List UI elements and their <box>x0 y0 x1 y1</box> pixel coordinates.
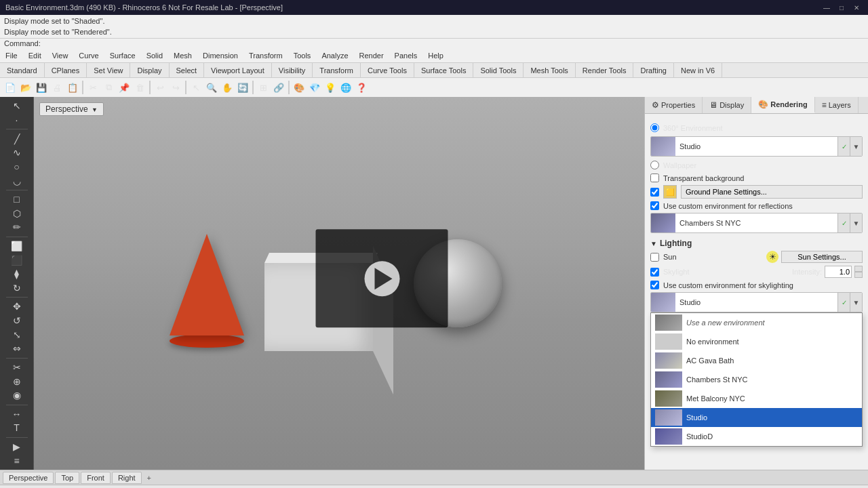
copy-icon[interactable]: ⧉ <box>101 80 116 95</box>
save-icon[interactable]: 💾 <box>34 80 49 95</box>
sun-settings-btn[interactable]: Sun Settings... <box>781 251 863 263</box>
tab-render-tools[interactable]: Render Tools <box>576 63 634 78</box>
cut-icon[interactable]: ✂ <box>85 80 100 95</box>
polygon-tool-icon[interactable]: ⬡ <box>5 207 29 220</box>
tab-transform[interactable]: Transform <box>313 63 361 78</box>
sky-env-dropdown-btn[interactable]: ▼ <box>850 293 862 312</box>
vp-tab-front[interactable]: Front <box>81 472 111 484</box>
menu-tools[interactable]: Tools <box>288 50 317 61</box>
tab-drafting[interactable]: Drafting <box>633 63 674 78</box>
redo-icon[interactable]: ↪ <box>168 80 183 95</box>
panel-tab-layers[interactable]: ≡ Layers <box>815 97 859 113</box>
video-overlay[interactable] <box>316 229 448 327</box>
close-btn[interactable]: ✕ <box>850 3 863 12</box>
panel-tab-properties[interactable]: ⚙ Properties <box>645 97 703 113</box>
tab-display[interactable]: Display <box>130 63 169 78</box>
menu-dimension[interactable]: Dimension <box>197 50 243 61</box>
render-icon[interactable]: 🎨 <box>292 80 307 95</box>
menu-transform[interactable]: Transform <box>243 50 288 61</box>
panel-tab-display[interactable]: 🖥 Display <box>703 97 751 113</box>
radio-wallpaper[interactable] <box>650 161 659 169</box>
ground-plane-settings-btn[interactable]: Ground Plane Settings... <box>681 185 863 199</box>
help-icon[interactable]: ❓ <box>354 80 369 95</box>
tab-setview[interactable]: Set View <box>87 63 130 78</box>
dropdown-studiod[interactable]: StudioD <box>651 427 862 446</box>
panel-tab-rendering[interactable]: 🎨 Rendering <box>751 97 814 113</box>
lighting-section-header[interactable]: ▼ Lighting <box>650 239 863 248</box>
add-viewport-btn[interactable]: + <box>143 472 155 483</box>
intensity-down-btn[interactable]: ▼ <box>854 272 863 278</box>
freeform-icon[interactable]: ✏ <box>5 221 29 234</box>
sky-env-selector[interactable]: Studio ✓ ▼ <box>650 292 863 312</box>
sky-env-edit-btn[interactable]: ✓ <box>837 293 850 312</box>
chambers-env-dropdown-btn[interactable]: ▼ <box>850 214 862 232</box>
vp-tab-right[interactable]: Right <box>112 472 142 484</box>
light-icon[interactable]: 💡 <box>323 80 338 95</box>
skylight-check[interactable] <box>650 268 659 277</box>
env-dropdown-btn[interactable]: ▼ <box>850 137 862 156</box>
scale-icon[interactable]: ⤡ <box>5 328 29 341</box>
render-btn-icon[interactable]: ▶ <box>5 441 29 453</box>
env-icon[interactable]: 🌐 <box>338 80 353 95</box>
boolean-icon[interactable]: ◉ <box>5 389 29 402</box>
minimize-btn[interactable]: — <box>821 3 833 12</box>
menu-panels[interactable]: Panels <box>389 50 423 61</box>
ground-plane-check[interactable] <box>650 188 659 197</box>
menu-edit[interactable]: Edit <box>23 50 47 61</box>
transparent-bg-check[interactable] <box>650 174 659 182</box>
curve-tool-icon[interactable]: ∿ <box>5 146 29 159</box>
layers-icon[interactable]: ≡ <box>5 454 29 467</box>
dropdown-ac-gava-bath[interactable]: AC Gava Bath <box>651 351 862 370</box>
zoom-icon[interactable]: 🔍 <box>204 80 219 95</box>
menu-help[interactable]: Help <box>422 50 449 61</box>
doc-icon[interactable]: 📋 <box>65 80 80 95</box>
select-tool-icon[interactable]: ↖ <box>5 100 29 113</box>
custom-env-reflections-check[interactable] <box>650 201 659 210</box>
solid-icon[interactable]: ⧫ <box>5 268 29 281</box>
viewport-area[interactable]: Perspective ▼ <box>34 97 644 470</box>
delete-icon[interactable]: 🗑 <box>132 80 147 95</box>
menu-file[interactable]: File <box>0 50 23 61</box>
material-icon[interactable]: 💎 <box>307 80 322 95</box>
tab-cplanes[interactable]: CPlanes <box>45 63 87 78</box>
arc-tool-icon[interactable]: ◡ <box>5 174 29 187</box>
snap-icon[interactable]: 🔗 <box>271 80 286 95</box>
print-icon[interactable]: 🖨 <box>50 80 64 95</box>
menu-mesh[interactable]: Mesh <box>168 50 197 61</box>
perspective-label-btn[interactable]: Perspective ▼ <box>39 102 104 116</box>
circle-tool-icon[interactable]: ○ <box>5 161 29 174</box>
sun-check[interactable] <box>650 253 659 262</box>
menu-surface[interactable]: Surface <box>104 50 141 61</box>
radio-360[interactable] <box>650 123 659 132</box>
tab-viewport-layout[interactable]: Viewport Layout <box>204 63 272 78</box>
grid-icon[interactable]: ⊞ <box>256 80 271 95</box>
intensity-input[interactable] <box>825 266 852 278</box>
menu-curve[interactable]: Curve <box>73 50 104 61</box>
dim-icon[interactable]: ↔ <box>5 407 29 420</box>
dropdown-no-env[interactable]: No environment <box>651 332 862 351</box>
vp-tab-top[interactable]: Top <box>55 472 79 484</box>
tab-solid-tools[interactable]: Solid Tools <box>473 63 524 78</box>
trim-icon[interactable]: ✂ <box>5 361 29 374</box>
dropdown-use-new[interactable]: Use a new environment <box>651 313 862 332</box>
new-icon[interactable]: 📄 <box>3 80 18 95</box>
revolve-icon[interactable]: ↻ <box>5 282 29 295</box>
vp-tab-perspective[interactable]: Perspective <box>3 472 54 484</box>
rectangle-tool-icon[interactable]: □ <box>5 193 29 206</box>
custom-sky-check[interactable] <box>650 281 659 289</box>
play-button[interactable] <box>364 261 399 296</box>
menu-render[interactable]: Render <box>354 50 389 61</box>
tab-surface-tools[interactable]: Surface Tools <box>414 63 473 78</box>
tab-select[interactable]: Select <box>170 63 205 78</box>
dropdown-chambers[interactable]: Chambers St NYC <box>651 370 862 389</box>
env-edit-btn[interactable]: ✓ <box>837 137 850 156</box>
open-icon[interactable]: 📂 <box>18 80 33 95</box>
menu-solid[interactable]: Solid <box>141 50 168 61</box>
rotate-tool-icon[interactable]: ↺ <box>5 314 29 327</box>
undo-icon[interactable]: ↩ <box>153 80 167 95</box>
tab-visibility[interactable]: Visibility <box>272 63 313 78</box>
chambers-env-edit-btn[interactable]: ✓ <box>837 214 850 232</box>
tab-mesh-tools[interactable]: Mesh Tools <box>524 63 575 78</box>
select-icon[interactable]: ↖ <box>189 80 203 95</box>
intensity-up-btn[interactable]: ▲ <box>854 266 863 272</box>
